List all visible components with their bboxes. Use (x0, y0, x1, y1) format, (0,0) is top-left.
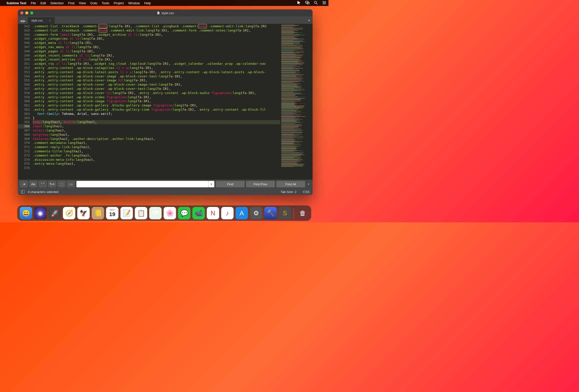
svg-point-2 (314, 1, 317, 3)
tab-overflow-icon[interactable]: ▼ (308, 19, 311, 24)
window-title: style.css (161, 11, 174, 15)
nav-back-icon[interactable]: ◀ (20, 19, 23, 23)
cursor-icon[interactable] (297, 0, 301, 6)
menu-edit[interactable]: Edit (40, 1, 46, 5)
svg-point-7 (323, 1, 324, 2)
dock-mail[interactable]: 🦅 (77, 207, 90, 219)
find-highlight-toggle[interactable]: ▭ (67, 181, 75, 187)
find-history-dropdown[interactable]: ▼ (208, 181, 214, 187)
tab-style-css[interactable]: style.css × (28, 17, 55, 24)
status-tabsize[interactable]: Tab Size: 2 (281, 190, 296, 194)
menu-selection[interactable]: Selection (50, 1, 64, 5)
dock-facetime[interactable]: 📹 (193, 207, 205, 219)
code-area[interactable]: .comment-list .trackback .comment-body:l… (32, 24, 280, 180)
macos-menubar: Sublime Text File Edit Selection Find Vi… (0, 0, 328, 6)
screen-mirror-icon[interactable] (305, 0, 310, 6)
tab-close-icon[interactable]: × (49, 19, 51, 22)
app-name[interactable]: Sublime Text (6, 1, 26, 5)
dock-appstore[interactable]: A (236, 207, 248, 219)
sublime-window: style.css ◀ ▶ style.css × ▼ 342343344345… (18, 9, 313, 195)
find-case-toggle[interactable]: Aa (29, 181, 37, 187)
dock-photos[interactable]: 🌸 (164, 207, 176, 219)
svg-point-8 (325, 2, 325, 3)
macos-dock: 😀 ◉ 🚀 🧭 🦅 📒 MAY19 📝 📋 🗺 🌸 💬 📹 N ♪ A ⚙ 🔨 … (17, 205, 311, 221)
menu-help[interactable]: Help (144, 1, 151, 5)
status-selection: 4 characters selected (28, 190, 59, 194)
dock-xcode[interactable]: 🔨 (264, 207, 277, 219)
menu-file[interactable]: File (31, 1, 36, 5)
svg-line-3 (316, 3, 318, 4)
menu-tools[interactable]: Tools (102, 1, 109, 5)
find-close-icon[interactable]: × (307, 182, 311, 186)
find-prev-button[interactable]: Find Prev (246, 181, 275, 187)
dock-launchpad[interactable]: 🚀 (49, 207, 61, 219)
dock-settings[interactable]: ⚙ (250, 207, 262, 219)
menu-find[interactable]: Find (68, 1, 74, 5)
dock-separator (294, 207, 294, 219)
menu-view[interactable]: View (79, 1, 86, 5)
dock-finder[interactable]: 😀 (20, 207, 32, 219)
dock-contacts[interactable]: 📒 (92, 207, 104, 219)
window-minimize-button[interactable] (25, 11, 28, 14)
dock-trash[interactable]: 🗑 (296, 207, 309, 219)
window-close-button[interactable] (20, 11, 23, 14)
menu-project[interactable]: Project (114, 1, 124, 5)
find-button[interactable]: Find (216, 181, 245, 187)
svg-point-9 (323, 3, 324, 4)
line-number-gutter[interactable]: 3423433443453463473483493503513523533543… (18, 24, 32, 180)
control-center-icon[interactable] (322, 0, 326, 6)
find-all-button[interactable]: Find All (276, 181, 305, 187)
minimap[interactable] (280, 24, 313, 180)
dock-calendar[interactable]: MAY19 (106, 207, 119, 219)
dock-sublime[interactable]: S (279, 207, 291, 219)
dock-music[interactable]: ♪ (221, 207, 234, 219)
dock-messages[interactable]: 💬 (178, 207, 191, 219)
menu-goto[interactable]: Goto (90, 1, 97, 5)
find-input[interactable] (76, 181, 208, 187)
window-maximize-button[interactable] (30, 11, 33, 14)
dock-safari[interactable]: 🧭 (63, 207, 75, 219)
tab-bar: ◀ ▶ style.css × ▼ (18, 16, 313, 24)
dock-maps[interactable]: 🗺 (149, 207, 162, 219)
spotlight-icon[interactable] (314, 0, 318, 6)
dock-reminders[interactable]: 📋 (135, 207, 147, 219)
dock-notes[interactable]: 📝 (121, 207, 133, 219)
find-wrap-toggle[interactable]: ↻≡ (48, 181, 56, 187)
menu-window[interactable]: Window (128, 1, 140, 5)
file-icon (156, 11, 160, 15)
dock-news[interactable]: N (207, 207, 219, 219)
dock-siri[interactable]: ◉ (34, 207, 47, 219)
find-wholeword-toggle[interactable]: “ ” (39, 181, 47, 187)
find-regex-toggle[interactable]: .∗ (20, 181, 28, 187)
status-syntax[interactable]: CSS (303, 190, 310, 194)
panel-switcher-icon[interactable] (21, 190, 25, 194)
editor: 3423433443453463473483493503513523533543… (18, 24, 313, 180)
find-inselection-toggle[interactable]: ⬚ (58, 181, 66, 187)
status-bar: 4 characters selected Tab Size: 2 CSS (18, 189, 313, 195)
titlebar[interactable]: style.css (18, 9, 313, 16)
find-bar: .∗ Aa “ ” ↻≡ ⬚ ▭ ▼ Find Find Prev Find A… (18, 180, 313, 189)
tab-label: style.css (31, 19, 43, 22)
nav-forward-icon[interactable]: ▶ (23, 19, 26, 23)
